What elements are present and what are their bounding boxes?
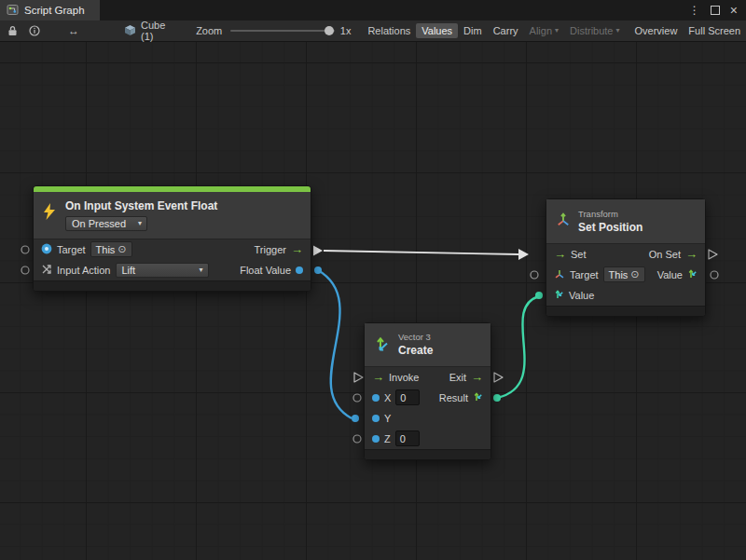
gameobject-icon <box>41 243 52 256</box>
node-title: On Input System Event Float <box>65 199 217 212</box>
tab-title: Script Graph <box>24 5 85 16</box>
port-exit-out[interactable] <box>494 373 503 382</box>
node-vector3-create[interactable]: Vector 3 Create → Invoke Exit → X 0 <box>364 322 491 460</box>
input-action-value: Lift <box>122 265 136 276</box>
value-out-label: Value <box>657 269 683 280</box>
flow-arrow-icon: → <box>685 248 698 260</box>
window-controls: ⋮ × <box>689 0 746 20</box>
float-port-dot[interactable] <box>296 266 303 274</box>
flow-arrow-icon: → <box>554 248 566 260</box>
input-action-dropdown[interactable]: Lift ▾ <box>116 263 209 278</box>
event-mode-dropdown[interactable]: On Pressed ▾ <box>65 216 147 231</box>
wire-arrowhead-set-in[interactable] <box>518 249 529 260</box>
cube-icon <box>124 24 136 36</box>
node-category: Vector 3 <box>398 332 433 342</box>
window-menu-icon[interactable]: ⋮ <box>689 4 700 17</box>
target-object-field[interactable]: This ⊙ <box>90 241 132 257</box>
resize-handle-icon[interactable]: ↔ <box>68 24 79 37</box>
port-row-target-valueout: Target This ⊙ Value <box>546 265 705 285</box>
overview-button[interactable]: Overview <box>629 23 684 38</box>
node-footer <box>365 449 490 459</box>
z-port-dot[interactable] <box>372 435 380 443</box>
target-object-field[interactable]: This ⊙ <box>603 266 645 282</box>
node-footer <box>546 306 705 316</box>
align-button[interactable]: Align▾ <box>524 23 564 38</box>
node-header[interactable]: Vector 3 Create <box>365 323 490 367</box>
z-port-label: Z <box>384 433 391 444</box>
port-input-action-in[interactable] <box>21 266 29 274</box>
carry-button[interactable]: Carry <box>488 23 524 38</box>
port-row-x-result: X 0 Result <box>365 388 490 408</box>
port-row-z: Z 0 <box>365 429 490 449</box>
relations-button[interactable]: Relations <box>362 23 416 38</box>
port-onset-out[interactable] <box>709 250 717 259</box>
maximize-icon[interactable] <box>711 6 720 15</box>
port-setpos-value-out[interactable] <box>711 271 718 279</box>
dim-button[interactable]: Dim <box>458 23 488 38</box>
chevron-down-icon: ▾ <box>138 219 142 227</box>
chevron-down-icon: ▾ <box>616 26 620 34</box>
values-button[interactable]: Values <box>416 23 458 38</box>
object-picker-icon[interactable]: ⊙ <box>630 268 639 280</box>
graph-target-label[interactable]: Cube (1) <box>141 20 179 42</box>
node-category: Transform <box>578 209 642 219</box>
port-value-in[interactable] <box>535 292 543 299</box>
vector3-icon <box>687 268 698 280</box>
object-picker-icon[interactable]: ⊙ <box>117 243 126 255</box>
zoom-slider-track[interactable] <box>230 30 335 32</box>
transform-mini-icon <box>554 268 565 281</box>
chevron-down-icon: ▾ <box>199 266 202 274</box>
node-header[interactable]: Transform Set Position <box>546 199 705 244</box>
lightning-icon <box>42 203 57 222</box>
onset-port-label: On Set <box>649 249 681 260</box>
x-port-dot[interactable] <box>372 394 380 402</box>
script-graph-icon <box>7 4 19 16</box>
chevron-down-icon: ▾ <box>555 26 559 34</box>
set-port-label: Set <box>571 249 587 260</box>
zoom-slider[interactable] <box>230 26 335 35</box>
flow-arrow-icon: → <box>291 243 303 255</box>
graph-toolbar: ↔ Cube (1) Zoom 1x Relations Values Dim … <box>0 20 746 42</box>
x-port-label: X <box>384 392 391 403</box>
info-icon[interactable] <box>29 25 40 36</box>
result-port-label: Result <box>439 392 468 403</box>
distribute-button[interactable]: Distribute▾ <box>564 23 625 38</box>
x-value-field[interactable]: 0 <box>395 389 420 405</box>
graph-canvas[interactable]: On Input System Event Float On Pressed ▾… <box>0 42 746 560</box>
port-row-set-onset: → Set On Set → <box>546 244 705 265</box>
node-header[interactable]: On Input System Event Float On Pressed ▾ <box>34 192 311 239</box>
port-result-out[interactable] <box>493 394 501 402</box>
port-setpos-target-in[interactable] <box>531 271 538 279</box>
wire-floatvalue-to-y[interactable] <box>318 270 352 418</box>
target-port-label: Target <box>57 244 86 255</box>
node-set-position[interactable]: Transform Set Position → Set On Set → <box>546 198 706 317</box>
vector3-icon <box>473 391 483 403</box>
wire-trigger-to-set[interactable] <box>324 251 518 254</box>
flow-arrow-icon: → <box>471 371 483 383</box>
port-float-value-out[interactable] <box>314 266 322 274</box>
zoom-value: 1x <box>340 25 352 36</box>
vector3-icon <box>554 289 564 301</box>
close-icon[interactable]: × <box>730 4 738 17</box>
port-z-in[interactable] <box>353 435 361 443</box>
node-title: Set Position <box>578 221 642 234</box>
node-on-input-system-event-float[interactable]: On Input System Event Float On Pressed ▾… <box>33 185 311 292</box>
y-port-dot[interactable] <box>372 415 380 422</box>
invoke-port-label: Invoke <box>389 372 419 383</box>
value-in-label: Value <box>569 290 594 301</box>
port-row-target-trigger: Target This ⊙ Trigger → <box>34 239 311 260</box>
port-trigger-out[interactable] <box>313 245 323 255</box>
port-y-in[interactable] <box>352 415 359 422</box>
port-event-target-in[interactable] <box>21 246 29 253</box>
tab-script-graph[interactable]: Script Graph <box>0 0 100 20</box>
target-port-label: Target <box>570 269 599 280</box>
exit-port-label: Exit <box>449 372 466 383</box>
z-value-field[interactable]: 0 <box>395 430 420 446</box>
port-x-in[interactable] <box>353 394 361 402</box>
tab-bar: Script Graph ⋮ × <box>0 0 746 20</box>
zoom-slider-handle[interactable] <box>325 26 334 35</box>
port-invoke-in[interactable] <box>354 373 363 382</box>
full-screen-button[interactable]: Full Screen <box>683 23 746 38</box>
lock-icon[interactable] <box>7 25 18 36</box>
wire-result-to-value[interactable] <box>497 296 539 398</box>
